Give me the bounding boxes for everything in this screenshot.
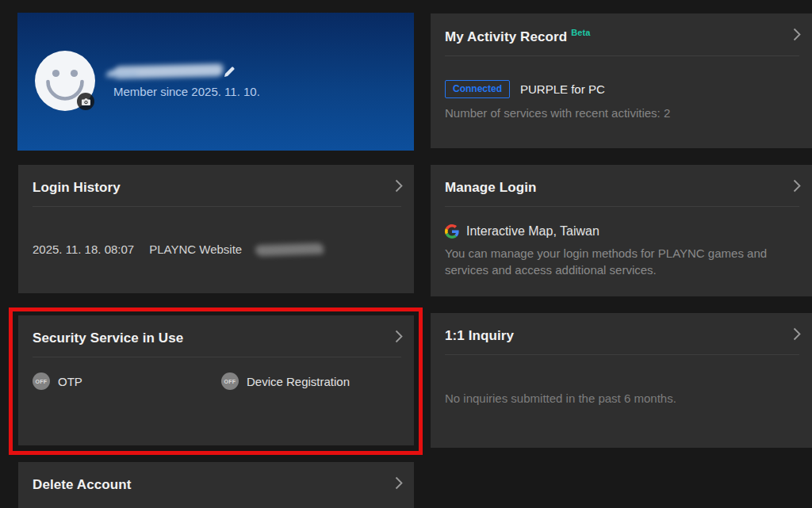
camera-icon [82, 98, 90, 105]
login-source: PLAYNC Website [149, 243, 242, 256]
inquiry-card[interactable]: 1:1 Inquiry No inquiries submitted in th… [431, 313, 812, 448]
device-registration-off-badge: OFF [221, 372, 239, 390]
activity-record-title: My Activity RecordBeta [445, 28, 590, 45]
manage-login-header[interactable]: Manage Login [431, 165, 812, 196]
security-service-header[interactable]: Security Service in Use [18, 315, 414, 346]
login-history-header[interactable]: Login History [18, 165, 414, 196]
delete-account-title: Delete Account [33, 477, 132, 493]
edit-name-button[interactable] [224, 67, 235, 78]
chevron-right-icon[interactable] [793, 327, 801, 344]
beta-badge: Beta [571, 28, 590, 37]
connected-status-badge: Connected [445, 80, 510, 98]
google-icon [445, 224, 459, 239]
login-datetime: 2025. 11. 18. 08:07 [33, 243, 134, 256]
device-registration-label: Device Registration [247, 375, 350, 388]
manage-login-title: Manage Login [445, 180, 536, 196]
profile-card: Member since 2025. 11. 10. [17, 13, 414, 151]
login-history-entry: 2025. 11. 18. 08:07 PLAYNC Website [18, 207, 414, 256]
member-since-text: Member since 2025. 11. 10. [113, 85, 260, 98]
chevron-right-icon[interactable] [395, 330, 403, 346]
security-service-card[interactable]: Security Service in Use OFF OTP OFF Devi… [18, 315, 414, 445]
chevron-right-icon[interactable] [793, 179, 801, 196]
redacted-username [112, 63, 224, 79]
login-history-card[interactable]: Login History 2025. 11. 18. 08:07 PLAYNC… [18, 165, 414, 293]
otp-label: OTP [58, 375, 82, 388]
login-method-label: Interactive Map, Taiwan [466, 224, 599, 239]
inquiry-title: 1:1 Inquiry [445, 328, 514, 344]
delete-account-header[interactable]: Delete Account [18, 462, 414, 493]
security-item-device-registration: OFF Device Registration [221, 372, 350, 390]
chevron-right-icon[interactable] [395, 476, 403, 493]
manage-login-description: You can manage your login methods for PL… [445, 245, 789, 278]
otp-off-badge: OFF [33, 372, 50, 390]
activity-summary-text: Number of services with recent activitie… [445, 106, 798, 120]
inquiry-empty-message: No inquiries submitted in the past 6 mon… [431, 355, 812, 405]
login-history-title: Login History [33, 180, 121, 196]
manage-login-card[interactable]: Manage Login Interactive Map, Taiwan You… [431, 165, 812, 296]
inquiry-header[interactable]: 1:1 Inquiry [431, 313, 812, 344]
security-item-otp: OFF OTP [33, 372, 221, 390]
activity-record-header[interactable]: My Activity RecordBeta [431, 13, 812, 45]
chevron-right-icon[interactable] [395, 179, 403, 196]
connected-service-name: PURPLE for PC [520, 82, 605, 96]
activity-record-card[interactable]: My Activity RecordBeta Connected PURPLE … [431, 13, 812, 148]
redacted-login-account [255, 243, 324, 256]
pencil-icon [224, 67, 235, 78]
delete-account-card[interactable]: Delete Account [18, 462, 414, 508]
security-service-title: Security Service in Use [33, 330, 183, 346]
chevron-right-icon[interactable] [793, 28, 801, 44]
change-photo-button[interactable] [77, 93, 94, 110]
